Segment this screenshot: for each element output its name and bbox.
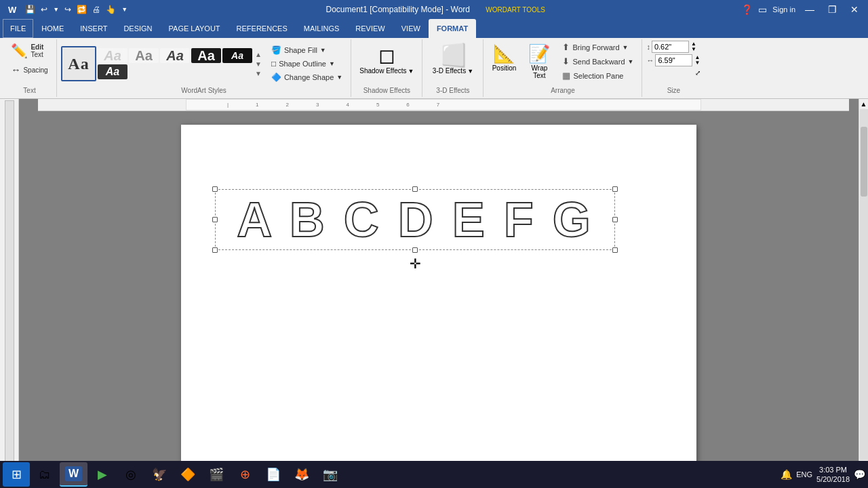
edit-text-button[interactable]: ✏️ Edit Text <box>8 41 46 61</box>
taskbar-browser2[interactable]: ⊕ <box>231 462 258 487</box>
wordart-tools-tab-label: WORDART TOOLS <box>486 6 545 14</box>
notification-icon[interactable]: 🔔 <box>781 469 792 480</box>
send-backward-button[interactable]: ⬇ Send Backward ▼ <box>558 55 637 68</box>
wordart-scroll-more[interactable]: ▼ <box>254 69 263 78</box>
shadow-effects-icon: ◻ <box>378 43 395 67</box>
shadow-effects-button[interactable]: ◻ Shadow Effects ▼ <box>355 41 418 77</box>
taskbar-chrome[interactable]: ◎ <box>117 462 144 487</box>
width-input[interactable] <box>655 54 692 66</box>
title-right-controls: ❓ ▭ Sign in — ❐ ✕ <box>741 3 863 16</box>
wordart-style-selected[interactable]: Aa <box>61 46 96 81</box>
spacing-button[interactable]: ↔ Spacing <box>8 62 50 77</box>
wordart-style-4[interactable]: Aa <box>160 48 190 63</box>
shape-fill-button[interactable]: 🪣 Shape Fill ▼ <box>267 44 347 56</box>
wordart-text[interactable]: A B C D E F G <box>218 192 612 247</box>
close-button[interactable]: ✕ <box>846 3 863 16</box>
handle-middle-right[interactable] <box>612 217 618 222</box>
wordart-style-scroll[interactable]: ▲ ▼ ▼ <box>254 50 263 78</box>
ribbon-display-icon[interactable]: ▭ <box>758 4 767 15</box>
taskbar-camera-app[interactable]: 📷 <box>317 462 344 487</box>
wordart-container[interactable]: A B C D E F G ✛ <box>215 189 615 250</box>
shape-outline-label: Shape Outline <box>279 60 326 68</box>
tab-references[interactable]: REFERENCES <box>229 19 296 38</box>
pdf-icon: 📄 <box>266 467 281 482</box>
redo-icon[interactable]: ↪ <box>62 3 73 16</box>
tab-view[interactable]: VIEW <box>393 19 429 38</box>
handle-top-middle[interactable] <box>412 186 418 192</box>
touch-icon[interactable]: 👆 <box>104 3 118 16</box>
bring-forward-button[interactable]: ⬆ Bring Forward ▼ <box>558 41 637 54</box>
handle-bottom-left[interactable] <box>212 247 218 253</box>
language-indicator[interactable]: ENG <box>796 470 812 479</box>
wordart-styles-group-label: WordArt Styles <box>181 87 226 96</box>
wordart-style-7[interactable]: Aa <box>98 64 127 79</box>
3d-effects-button[interactable]: ⬜ 3-D Effects ▼ <box>429 41 477 77</box>
scroll-thumb[interactable] <box>861 127 867 197</box>
taskbar-word[interactable]: W <box>60 462 87 487</box>
restore-button[interactable]: ❐ <box>824 3 841 16</box>
handle-top-right[interactable] <box>612 186 618 192</box>
handle-bottom-middle[interactable] <box>412 247 418 253</box>
wordart-style-2[interactable]: Aa <box>98 48 127 63</box>
minimize-button[interactable]: — <box>801 3 818 16</box>
tab-design[interactable]: DESIGN <box>115 19 160 38</box>
height-spinner[interactable]: ▲ ▼ <box>690 41 697 52</box>
taskbar-pdf[interactable]: 📄 <box>260 462 287 487</box>
send-backward-arrow[interactable]: ▼ <box>628 58 634 65</box>
wordart-scroll-down[interactable]: ▼ <box>254 60 263 68</box>
undo-dropdown-icon[interactable]: ▼ <box>51 5 61 14</box>
tab-page-layout[interactable]: PAGE LAYOUT <box>161 19 229 38</box>
wordart-style-3[interactable]: Aa <box>129 48 159 63</box>
tab-format[interactable]: FORMAT <box>429 19 476 38</box>
wordart-style-6[interactable]: Aa <box>222 48 252 63</box>
3d-effects-arrow[interactable]: ▼ <box>467 68 473 75</box>
handle-middle-left[interactable] <box>212 217 218 222</box>
bring-forward-arrow[interactable]: ▼ <box>623 44 629 51</box>
tab-home[interactable]: HOME <box>33 19 72 38</box>
size-expand-icon[interactable]: ⤢ <box>695 69 701 77</box>
scroll-up-button[interactable]: ▲ <box>859 99 868 109</box>
tab-insert[interactable]: INSERT <box>72 19 115 38</box>
height-input[interactable] <box>652 41 689 53</box>
position-button[interactable]: 📐 Position <box>488 41 520 75</box>
shape-outline-arrow[interactable]: ▼ <box>329 60 335 67</box>
taskbar-app5[interactable]: 🦅 <box>146 462 173 487</box>
change-shape-button[interactable]: 🔷 Change Shape ▼ <box>267 71 347 83</box>
wordart-scroll-up[interactable]: ▲ <box>254 50 263 59</box>
taskbar-file-explorer[interactable]: 🗂 <box>31 462 58 487</box>
repeat-icon[interactable]: 🔁 <box>75 3 89 16</box>
width-spinner[interactable]: ▲ ▼ <box>694 55 701 66</box>
height-decrement[interactable]: ▼ <box>690 47 697 52</box>
shape-outline-button[interactable]: □ Shape Outline ▼ <box>267 58 347 70</box>
video-editor-icon: 🎬 <box>209 467 224 482</box>
taskbar-video-editor[interactable]: 🎬 <box>203 462 230 487</box>
tab-mailings[interactable]: MAILINGS <box>296 19 348 38</box>
help-icon[interactable]: ❓ <box>741 4 753 15</box>
change-shape-arrow[interactable]: ▼ <box>336 74 342 81</box>
scroll-track[interactable] <box>860 109 868 460</box>
customize-qa-icon[interactable]: ▼ <box>119 5 130 14</box>
taskbar-media-player[interactable]: ▶ <box>89 462 116 487</box>
titlebar: W 💾 ↩ ▼ ↪ 🔁 🖨 👆 ▼ Document1 [Compatibili… <box>0 0 868 19</box>
shape-fill-arrow[interactable]: ▼ <box>320 47 326 54</box>
wrap-text-button[interactable]: 📝 Wrap Text <box>523 41 555 82</box>
sign-in-label[interactable]: Sign in <box>772 5 795 14</box>
handle-top-left[interactable] <box>212 186 218 192</box>
selection-pane-button[interactable]: ▦ Selection Pane <box>558 69 637 82</box>
shadow-effects-arrow[interactable]: ▼ <box>408 68 414 75</box>
width-decrement[interactable]: ▼ <box>694 60 701 66</box>
taskbar-vlc[interactable]: 🔶 <box>174 462 201 487</box>
wordart-style-5[interactable]: Aa <box>191 48 221 63</box>
text-group-label: Text <box>23 87 35 96</box>
taskbar-firefox[interactable]: 🦊 <box>288 462 315 487</box>
tab-review[interactable]: REVIEW <box>347 19 393 38</box>
notifications-button[interactable]: 💬 <box>854 469 865 480</box>
start-button[interactable]: ⊞ <box>3 462 30 487</box>
undo-icon[interactable]: ↩ <box>39 3 50 16</box>
main-scrollbar[interactable]: ▲ ▼ <box>859 99 868 470</box>
save-icon[interactable]: 💾 <box>23 3 37 16</box>
tab-file[interactable]: FILE <box>3 19 33 38</box>
print-preview-icon[interactable]: 🖨 <box>90 3 102 16</box>
handle-bottom-right[interactable] <box>612 247 618 253</box>
cursor-crosshair: ✛ <box>410 256 421 272</box>
